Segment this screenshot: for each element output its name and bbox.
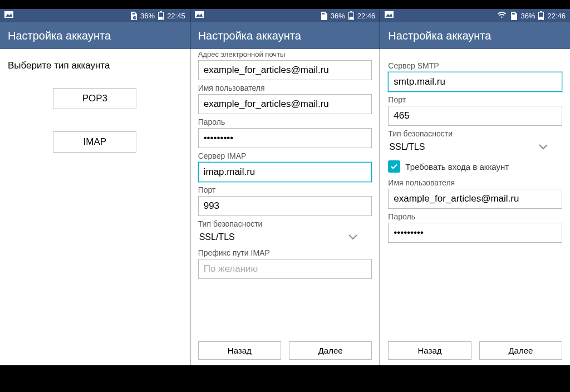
battery-percent: 36%: [331, 12, 345, 20]
security-type-select[interactable]: SSL/TLS: [388, 140, 562, 155]
picture-icon: [195, 11, 204, 19]
sdcard-icon: [510, 12, 517, 20]
back-button[interactable]: Назад: [198, 341, 281, 360]
svg-rect-0: [4, 11, 13, 18]
status-bar: 36% 22:46: [380, 9, 570, 22]
svg-rect-12: [323, 13, 324, 14]
svg-rect-16: [349, 17, 353, 19]
app-title: Настройка аккаунта: [198, 30, 301, 42]
port-label: Порт: [388, 95, 562, 104]
sdcard-icon: [320, 12, 327, 20]
svg-rect-17: [385, 11, 394, 18]
svg-rect-3: [133, 13, 134, 14]
username-label: Имя пользователя: [198, 84, 372, 92]
security-type-value: SSL/TLS: [389, 142, 425, 152]
svg-rect-21: [514, 13, 515, 14]
back-button[interactable]: Назад: [388, 341, 471, 360]
password-label: Пароль: [198, 117, 372, 126]
screen-imap-settings: 36% 22:46 Настройка аккаунта Адрес элект…: [190, 9, 380, 365]
app-title-bar: Настройка аккаунта: [380, 22, 570, 49]
battery-icon: [158, 11, 164, 20]
battery-percent: 36%: [140, 12, 155, 20]
clock-time: 22:45: [167, 12, 185, 20]
picture-icon: [385, 11, 394, 19]
battery-icon: [348, 11, 354, 20]
app-title: Настройка аккаунта: [388, 30, 491, 42]
password-label: Пароль: [388, 212, 562, 221]
next-button[interactable]: Далее: [479, 341, 562, 360]
sdcard-icon: [130, 12, 137, 20]
battery-icon: [538, 11, 544, 20]
svg-rect-9: [195, 11, 204, 18]
username-field[interactable]: [198, 94, 372, 114]
require-login-row[interactable]: Требовать входа в аккаунт: [388, 160, 562, 173]
imap-prefix-field[interactable]: [198, 259, 372, 279]
password-field[interactable]: [198, 128, 372, 148]
smtp-server-field[interactable]: [388, 72, 562, 92]
email-label: Адрес электронной почты: [198, 50, 372, 58]
email-field[interactable]: [198, 60, 372, 80]
imap-server-field[interactable]: [198, 162, 372, 182]
status-bar: 36% 22:46: [190, 9, 380, 22]
app-title: Настройка аккаунта: [8, 30, 111, 42]
svg-rect-11: [322, 13, 323, 14]
port-label: Порт: [198, 185, 372, 194]
next-button[interactable]: Далее: [289, 341, 372, 360]
svg-rect-4: [134, 13, 135, 14]
wifi-icon: [497, 11, 507, 20]
app-title-bar: Настройка аккаунта: [190, 22, 380, 49]
require-login-checkbox[interactable]: [388, 160, 400, 173]
picture-icon: [4, 11, 13, 19]
security-type-label: Тип безопасности: [388, 129, 562, 138]
pop3-button[interactable]: POP3: [53, 88, 136, 109]
clock-time: 22:46: [357, 12, 376, 20]
choose-account-type-label: Выберите тип аккаунта: [8, 60, 182, 71]
status-bar: 36% 22:45: [0, 9, 190, 22]
svg-rect-24: [539, 17, 543, 19]
svg-rect-13: [325, 13, 325, 14]
imap-server-label: Сервер IMAP: [198, 151, 372, 160]
clock-time: 22:46: [547, 12, 566, 20]
security-type-label: Тип безопасности: [198, 219, 372, 228]
screen-account-type: 36% 22:45 Настройка аккаунта Выберите ти…: [0, 9, 190, 365]
screen-smtp-settings: 36% 22:46 Настройка аккаунта Сервер SMTP…: [380, 9, 570, 365]
svg-rect-20: [513, 13, 514, 14]
svg-rect-2: [132, 13, 132, 14]
svg-rect-8: [159, 17, 163, 19]
imap-button[interactable]: IMAP: [53, 131, 136, 153]
require-login-label: Требовать входа в аккаунт: [405, 162, 509, 171]
svg-rect-19: [512, 13, 513, 14]
battery-percent: 36%: [520, 12, 535, 20]
port-field[interactable]: [388, 106, 562, 126]
username-field[interactable]: [388, 189, 562, 209]
password-field[interactable]: [388, 223, 562, 243]
security-type-value: SSL/TLS: [199, 232, 235, 242]
imap-prefix-label: Префикс пути IMAP: [198, 248, 372, 257]
username-label: Имя пользователя: [388, 178, 562, 187]
smtp-server-label: Сервер SMTP: [388, 61, 562, 70]
chevron-down-icon: [348, 232, 357, 242]
app-title-bar: Настройка аккаунта: [0, 22, 190, 49]
port-field[interactable]: [198, 196, 372, 216]
security-type-select[interactable]: SSL/TLS: [198, 230, 372, 245]
chevron-down-icon: [539, 142, 548, 152]
